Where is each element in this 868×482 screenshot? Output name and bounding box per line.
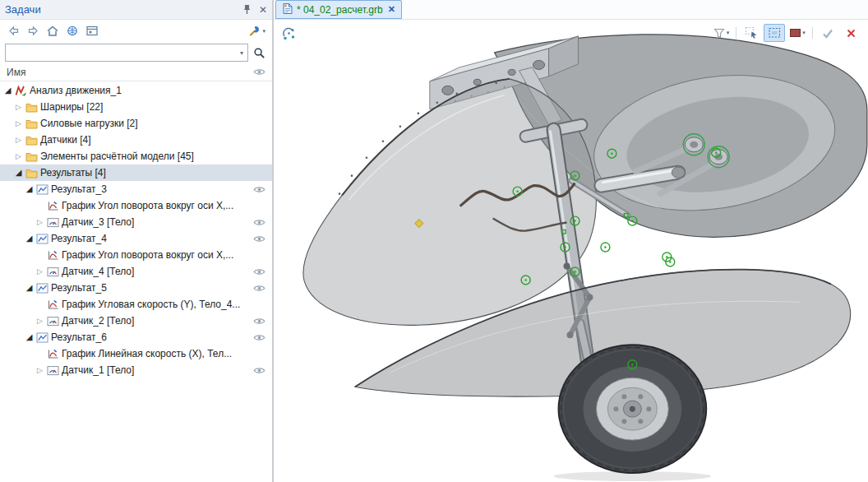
tree-item-label: Результат_4 [51,233,107,244]
toolbar-separator [736,27,736,39]
graph-icon [45,250,60,261]
visibility-eye-icon[interactable] [253,366,265,375]
task-tree: ◢Анализ движения_1▷Шарниры [22]▷Силовые … [0,81,272,482]
forward-button[interactable] [24,22,42,40]
sensor-icon [45,217,60,228]
graph-icon [45,299,60,310]
3d-viewport[interactable]: ▾▾ [274,20,868,482]
visibility-eye-icon[interactable] [253,333,265,342]
tree-expander-icon[interactable]: ▷ [13,99,24,115]
tree-item[interactable]: ▷Датчики [4] [0,132,272,148]
tree-item[interactable]: График Угол поворота вокруг оси X,... [0,197,272,214]
result-icon [35,332,49,343]
box-select-button[interactable] [764,24,785,42]
tree-item-label: Шарниры [22] [40,101,103,113]
window-button[interactable] [83,22,101,40]
back-button[interactable] [4,22,22,40]
tree-item-label: Результат_3 [51,183,107,195]
search-row: ▾ [0,42,272,63]
tree-item-label: Датчики [4] [40,134,91,146]
graph-icon [45,201,60,211]
document-tab[interactable]: * 04_02_расчет.grb ✕ [275,0,402,19]
dropdown-arrow-icon: ▾ [802,30,806,36]
tree-item-label: График Угол поворота вокруг оси X,... [62,249,233,261]
result-icon [35,283,49,294]
color-select-button[interactable]: ▾ [787,24,808,42]
name-column-header-row: Имя [0,63,272,81]
dropdown-arrow-icon: ▾ [262,28,265,35]
sensor-icon [45,316,60,327]
pick-mode-button[interactable] [741,24,762,42]
tree-expander-icon[interactable]: ◢ [24,329,35,345]
visibility-eye-icon[interactable] [253,284,265,293]
tree-expander-icon[interactable]: ◢ [2,82,13,99]
tree-expander-icon[interactable]: ◢ [24,230,35,247]
dropdown-arrow-icon: ▾ [727,30,730,36]
tree-expander-icon[interactable]: ◢ [24,181,35,197]
tree-expander-icon[interactable]: ▷ [13,148,24,165]
search-icon[interactable] [251,44,267,61]
viewport-toolbar: ▾▾ [710,24,861,42]
tree-item[interactable]: График Угловая скорость (Y), Тело_4... [0,296,272,313]
tree-item-label: Датчик_1 [Тело] [62,364,134,376]
tree-item-label: Датчик_3 [Тело] [62,216,134,228]
result-icon [35,184,49,195]
document-icon [282,2,293,17]
tree-item[interactable]: ◢Результат_5 [0,280,272,296]
result-icon [35,234,49,244]
web-button[interactable] [63,22,81,40]
tree-expander-icon[interactable]: ▷ [35,362,45,378]
selection-filter-button[interactable]: ▾ [710,24,732,42]
visibility-eye-icon[interactable] [253,234,265,243]
combo-dropdown-icon[interactable]: ▾ [236,49,247,57]
visibility-eye-icon[interactable] [253,218,265,227]
confirm-button[interactable] [817,24,838,42]
panel-toolbar: ▾ [0,20,272,42]
tab-close-icon[interactable]: ✕ [388,4,395,15]
settings-button[interactable]: ▾ [246,22,268,40]
tree-expander-icon[interactable]: ▷ [35,313,45,329]
tree-item[interactable]: ▷Датчик_2 [Тело] [0,313,272,329]
tree-expander-icon[interactable]: ▷ [13,132,24,148]
tree-item[interactable]: ◢Результат_3 [0,181,272,197]
visibility-eye-icon[interactable] [253,317,265,326]
pin-icon[interactable] [242,4,252,15]
tree-expander-icon[interactable]: ▷ [35,263,45,280]
tree-item[interactable]: ▷Элементы расчётной модели [45] [0,148,272,165]
tree-item[interactable]: ◢Анализ движения_1 [0,82,272,99]
tree-item[interactable]: График Угол поворота вокруг оси X,... [0,247,272,263]
close-icon[interactable]: ✕ [259,5,267,15]
folder-icon [24,118,39,129]
visibility-column-icon[interactable] [253,67,265,76]
tree-item[interactable]: ▷Силовые нагрузки [2] [0,115,272,132]
search-input[interactable] [6,46,236,59]
home-button[interactable] [44,22,62,40]
tree-expander-icon[interactable]: ▷ [35,214,45,230]
tree-item[interactable]: ◢Результат_6 [0,329,272,345]
tree-item[interactable]: ▷Датчик_4 [Тело] [0,263,272,280]
tasks-panel: Задачи ✕ ▾ ▾ Имя ◢Анализ движения_1▷Шарн… [0,0,272,482]
tree-expander-icon[interactable]: ◢ [24,280,35,296]
tree-item[interactable]: ◢Результат_4 [0,230,272,247]
search-combobox[interactable]: ▾ [5,44,248,62]
tree-item-label: График Угловая скорость (Y), Тело_4... [62,299,240,310]
tree-item-label: Элементы расчётной модели [45] [40,151,194,162]
tree-item[interactable]: ▷Шарниры [22] [0,99,272,115]
panel-toolbar-right: ▾ [246,22,268,40]
tree-item[interactable]: ▷Датчик_3 [Тело] [0,214,272,230]
tree-item-label: Датчик_2 [Тело] [62,315,134,327]
tasks-panel-header: Задачи ✕ [0,0,272,20]
tree-expander-icon[interactable]: ▷ [13,115,24,132]
visibility-eye-icon[interactable] [253,267,265,276]
tree-item[interactable]: ▷Датчик_1 [Тело] [0,362,272,378]
tree-item[interactable]: ◢Результаты [4] [0,165,272,181]
tree-item-label: Результаты [4] [40,167,106,178]
tree-item-label: Силовые нагрузки [2] [40,118,138,129]
tree-item-label: Анализ движения_1 [30,85,122,96]
cancel-button[interactable] [840,24,861,42]
folder-icon [24,135,39,146]
visibility-eye-icon[interactable] [253,185,265,194]
tree-item[interactable]: График Линейная скорость (X), Тел... [0,345,272,362]
left-gear-door [303,79,596,325]
tree-expander-icon[interactable]: ◢ [13,165,24,181]
